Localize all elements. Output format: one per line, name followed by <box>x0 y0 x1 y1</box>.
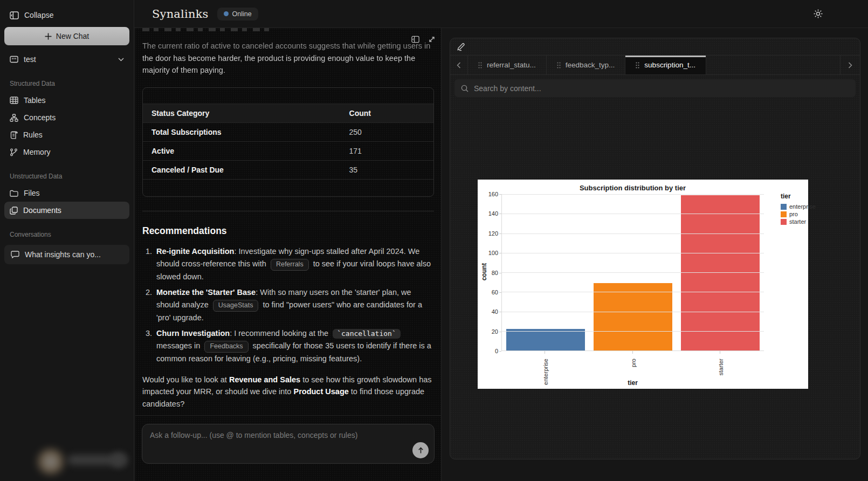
chevron-right-icon <box>848 62 852 68</box>
sidebar-item-documents[interactable]: Documents <box>4 202 129 219</box>
sidebar-item-label: Files <box>24 189 40 197</box>
assistant-paragraph: The current ratio of active to canceled … <box>142 40 434 77</box>
drag-handle-icon <box>478 62 482 68</box>
sidebar-item-memory[interactable]: Memory <box>4 143 129 161</box>
tab-feedback-type[interactable]: feedback_typ... <box>547 56 626 74</box>
composer-area <box>135 415 441 481</box>
chart-x-axis-title: tier <box>501 379 764 387</box>
sidebar-item-label: Concepts <box>24 113 56 122</box>
new-chat-label: New Chat <box>56 32 89 40</box>
panel-content: Subscription distribution by tier count … <box>450 101 860 459</box>
section-title-conversations: Conversations <box>4 219 129 243</box>
app-window: Collapse New Chat test Structured Data T… <box>0 0 868 481</box>
column-header: Count <box>341 104 433 122</box>
clipped-scrolled-line <box>142 28 269 31</box>
tab-referral-status[interactable]: referral_statu... <box>468 56 547 74</box>
sidebar-item-workspace[interactable]: test <box>4 51 129 68</box>
composer-box[interactable] <box>142 424 435 464</box>
sidebar-item-concepts[interactable]: Concepts <box>4 109 129 126</box>
status-table: Status Category Count Total Subscription… <box>142 87 434 197</box>
column-header: Status Category <box>143 104 341 122</box>
panel-collapse-icon <box>411 36 419 43</box>
collapse-label: Collapse <box>24 11 53 19</box>
conversation-item[interactable]: What insights can yo... <box>4 245 129 264</box>
chart-legend-entries: enterpriseprostarter <box>781 203 816 225</box>
follow-up-input[interactable] <box>150 431 399 457</box>
table-row: Canceled / Past Due35 <box>143 160 433 179</box>
send-button[interactable] <box>412 442 429 458</box>
edit-button[interactable] <box>457 43 465 51</box>
recommendation-item: Churn Investigation: I recommend looking… <box>154 327 434 365</box>
tab-label: feedback_typ... <box>566 61 615 69</box>
drag-handle-icon <box>557 62 561 68</box>
sidebar-item-label: Documents <box>23 206 61 215</box>
chart-title: Subscription distribution by tier <box>501 184 764 192</box>
collapse-sidebar-button[interactable]: Collapse <box>4 6 129 24</box>
chat-bubble-icon <box>11 251 19 258</box>
expand-chat-button[interactable] <box>428 36 436 43</box>
arrow-up-icon <box>417 447 424 454</box>
status-label: Online <box>232 10 252 18</box>
recommendation-item: Monetize the 'Starter' Base: With so man… <box>154 286 434 324</box>
legend-title: tier <box>781 193 816 200</box>
top-bar: Synalinks Online <box>134 0 868 28</box>
chart-xlabels: enterpriseprostarter <box>501 351 764 383</box>
tab-label: referral_statu... <box>487 61 536 69</box>
chat-panel: The current ratio of active to canceled … <box>135 28 442 481</box>
expand-icon <box>428 36 436 43</box>
sun-icon <box>814 9 823 18</box>
search-icon <box>461 85 469 92</box>
app-title: Synalinks <box>152 8 209 20</box>
table-row: Total Subscriptions250 <box>143 122 433 141</box>
chart-plot <box>501 194 764 351</box>
assistant-closing-paragraph: Would you like to look at Revenue and Sa… <box>142 374 434 410</box>
recommendations-list: Re-ignite Acquisition: Investigate why s… <box>154 245 434 365</box>
sidebar-item-rules[interactable]: Rules <box>4 126 129 143</box>
chart-legend: tier enterpriseprostarter <box>781 193 816 226</box>
sidebar-item-tables[interactable]: Tables <box>4 92 129 109</box>
panel-collapse-icon <box>10 11 19 19</box>
conversation-title: What insights can yo... <box>25 250 101 259</box>
sidebar-item-label: Tables <box>24 96 45 105</box>
blurred-account-badge <box>0 438 134 481</box>
hierarchy-icon <box>10 114 18 122</box>
main-area: Synalinks Online The current ratio of ac… <box>134 0 868 481</box>
table-row: Active171 <box>143 141 433 160</box>
panel-toolbar <box>450 38 860 55</box>
branch-icon <box>10 148 18 156</box>
recommendations-heading: Recommendations <box>142 225 434 237</box>
table-grid-icon <box>10 97 18 104</box>
documents-icon <box>10 207 18 215</box>
chevron-down-icon[interactable] <box>118 58 124 61</box>
data-panel: referral_statu... feedback_typ... subscr… <box>450 38 860 459</box>
tab-label: subscription_t... <box>644 61 695 69</box>
drag-handle-icon <box>636 62 639 68</box>
theme-toggle-button[interactable] <box>814 9 823 18</box>
chevron-left-icon <box>457 62 461 68</box>
bar-pro <box>594 283 672 351</box>
tabs-scroll-right-button[interactable] <box>840 56 860 74</box>
folder-icon <box>10 190 18 197</box>
subscription-chart: Subscription distribution by tier count … <box>478 180 808 389</box>
sidebar-item-files[interactable]: Files <box>4 184 129 202</box>
tab-subscription-tier[interactable]: subscription_t... <box>625 56 706 74</box>
new-chat-button[interactable]: New Chat <box>4 27 129 45</box>
message-thread[interactable]: The current ratio of active to canceled … <box>135 28 441 415</box>
content-search-bar[interactable] <box>454 79 856 97</box>
online-dot-icon <box>224 11 229 16</box>
section-title-structured: Structured Data <box>4 68 129 92</box>
chart-yticks: 020406080100120140160 <box>481 194 498 351</box>
search-input[interactable] <box>474 84 849 93</box>
collapse-chat-button[interactable] <box>411 36 419 43</box>
pencil-icon <box>457 43 465 51</box>
project-icon <box>10 56 18 63</box>
sidebar-item-label: Memory <box>23 148 51 156</box>
sidebar: Collapse New Chat test Structured Data T… <box>0 0 134 481</box>
scroll-icon <box>10 131 18 139</box>
tabs-scroll-left-button[interactable] <box>450 56 468 74</box>
table-tabs: referral_statu... feedback_typ... subscr… <box>450 55 860 75</box>
recommendation-item: Re-ignite Acquisition: Investigate why s… <box>154 245 434 283</box>
table-header-row: Status Category Count <box>143 104 433 122</box>
status-badge: Online <box>217 8 258 20</box>
bar-enterprise <box>506 329 585 351</box>
